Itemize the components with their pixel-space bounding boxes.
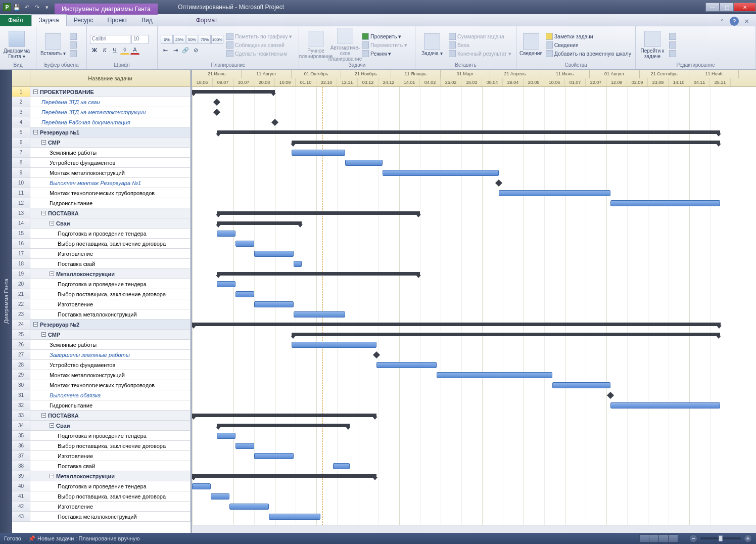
row-number[interactable]: 18 bbox=[12, 259, 30, 268]
task-name-cell[interactable]: Завершены земляные работы bbox=[30, 350, 191, 359]
task-row[interactable]: 26Земляные работы bbox=[12, 340, 191, 350]
task-row[interactable]: 17Изготовление bbox=[12, 249, 191, 259]
summary-bar[interactable] bbox=[192, 414, 376, 417]
task-name-cell[interactable]: Монтаж технологических трубопроводов bbox=[30, 188, 191, 198]
outline-toggle[interactable]: − bbox=[50, 271, 54, 276]
fontcolor-button[interactable]: A bbox=[130, 46, 139, 55]
task-name-cell[interactable]: Изготовление bbox=[30, 451, 191, 461]
help-icon[interactable]: ? bbox=[730, 17, 739, 26]
outline-toggle[interactable]: − bbox=[50, 423, 54, 428]
task-row[interactable]: 27Завершены земляные работы bbox=[12, 350, 191, 360]
milestone-marker[interactable] bbox=[495, 179, 502, 187]
link-button[interactable]: 🔗 bbox=[181, 46, 190, 55]
task-name-cell[interactable]: −Сваи bbox=[30, 218, 191, 228]
task-name-cell[interactable]: Монтаж металлоконструкций bbox=[30, 168, 191, 177]
task-row[interactable]: 6−СМР bbox=[12, 138, 191, 148]
row-number[interactable]: 5 bbox=[12, 127, 30, 137]
outline-toggle[interactable]: − bbox=[33, 130, 38, 134]
details-button[interactable]: Сведения bbox=[545, 41, 632, 49]
task-bar[interactable] bbox=[383, 170, 499, 176]
task-name-cell[interactable]: Гидроиспытание bbox=[30, 400, 191, 410]
row-number[interactable]: 34 bbox=[12, 421, 30, 430]
task-bar[interactable] bbox=[294, 261, 302, 267]
add-timeline-button[interactable]: Добавить на временную шкалу bbox=[545, 50, 632, 58]
app-icon[interactable]: P bbox=[3, 3, 11, 11]
task-name-cell[interactable]: Выбор поставщика, заключение договора bbox=[30, 441, 191, 450]
task-name-cell[interactable]: Подготовка и проведение тендера bbox=[30, 279, 191, 289]
task-bar[interactable] bbox=[235, 443, 254, 449]
task-bar[interactable] bbox=[376, 362, 437, 368]
auto-schedule-button[interactable]: Автоматиче-ское планирование bbox=[332, 27, 359, 62]
indent-button[interactable]: ⇥ bbox=[171, 46, 180, 55]
milestone-marker[interactable] bbox=[213, 99, 220, 106]
task-row[interactable]: 25−СМР bbox=[12, 330, 191, 340]
task-row[interactable]: 33−ПОСТАВКА bbox=[12, 411, 191, 421]
task-row[interactable]: 1−ПРОЕКТИРОВАНИЕ bbox=[12, 87, 191, 97]
close-button[interactable]: ✕ bbox=[734, 3, 756, 12]
task-row[interactable]: 39−Металлоконструкции bbox=[12, 471, 191, 481]
row-number[interactable]: 23 bbox=[12, 309, 30, 319]
tab-view[interactable]: Вид bbox=[134, 15, 160, 26]
copy-button[interactable] bbox=[69, 41, 78, 49]
column-header-name[interactable]: Название задачи bbox=[30, 70, 191, 86]
task-row[interactable]: 22Изготовление bbox=[12, 299, 191, 309]
task-row[interactable]: 11Монтаж технологических трубопроводов bbox=[12, 188, 191, 198]
task-name-cell[interactable]: Выбор поставщика, заключение договора bbox=[30, 239, 191, 248]
task-name-cell[interactable]: Выполнен монтаж Резервуара №1 bbox=[30, 178, 191, 188]
task-row[interactable]: 9Монтаж металлоконструкций bbox=[12, 168, 191, 178]
outline-toggle[interactable]: − bbox=[50, 474, 54, 478]
task-row[interactable]: 34−Сваи bbox=[12, 421, 191, 431]
scroll-to-task-button[interactable]: Перейти к задаче bbox=[639, 27, 666, 62]
inspect-button[interactable]: Проверить ▾ bbox=[361, 32, 408, 40]
task-name-cell[interactable]: −СМР bbox=[30, 138, 191, 147]
find-button[interactable] bbox=[668, 32, 677, 40]
task-name-cell[interactable]: −ПОСТАВКА bbox=[30, 208, 191, 218]
row-number[interactable]: 37 bbox=[12, 451, 30, 461]
task-name-cell[interactable]: Передана Рабочая документация bbox=[30, 117, 191, 127]
task-bar[interactable] bbox=[254, 301, 294, 307]
summary-bar[interactable] bbox=[217, 272, 420, 276]
row-number[interactable]: 38 bbox=[12, 461, 30, 471]
zoom-out-button[interactable]: − bbox=[689, 534, 697, 542]
font-name-select[interactable]: Calibri bbox=[90, 35, 130, 44]
pct-50[interactable]: 50% bbox=[186, 35, 198, 44]
task-row[interactable]: 5−Резервуар №1 bbox=[12, 127, 191, 138]
zoom-in-button[interactable]: + bbox=[744, 534, 752, 542]
task-bar[interactable] bbox=[552, 382, 610, 388]
unlink-button[interactable]: ⊘ bbox=[191, 46, 200, 55]
task-name-cell[interactable]: −ПОСТАВКА bbox=[30, 411, 191, 420]
task-row[interactable]: 41Выбор поставщика, заключение договора bbox=[12, 491, 191, 502]
pct-25[interactable]: 25% bbox=[173, 35, 185, 44]
task-name-cell[interactable]: −ПРОЕКТИРОВАНИЕ bbox=[30, 87, 191, 97]
task-bar[interactable] bbox=[217, 433, 235, 439]
task-row[interactable]: 8Устройство фундаментов bbox=[12, 158, 191, 168]
task-row[interactable]: 36Выбор поставщика, заключение договора bbox=[12, 441, 191, 451]
summary-task-button[interactable]: Суммарная задача bbox=[448, 32, 512, 40]
task-row[interactable]: 10Выполнен монтаж Резервуара №1 bbox=[12, 178, 191, 188]
task-name-cell[interactable]: Подготовка и проведение тендера bbox=[30, 481, 191, 491]
task-bar[interactable] bbox=[437, 372, 553, 378]
task-name-cell[interactable]: Подготовка и проведение тендера bbox=[30, 431, 191, 440]
view-btn-4[interactable] bbox=[668, 534, 678, 542]
mark-on-track-button[interactable]: Пометить по графику ▾ bbox=[225, 32, 293, 40]
task-bar[interactable] bbox=[269, 514, 321, 520]
task-name-cell[interactable]: Выполнена обвязка bbox=[30, 390, 191, 400]
task-row[interactable]: 13−ПОСТАВКА bbox=[12, 208, 191, 218]
task-name-cell[interactable]: Поставка свай bbox=[30, 461, 191, 471]
clear-button[interactable] bbox=[668, 41, 677, 49]
task-name-cell[interactable]: Земляные работы bbox=[30, 148, 191, 157]
row-number[interactable]: 2 bbox=[12, 97, 30, 107]
task-bar[interactable] bbox=[211, 493, 229, 500]
paste-button[interactable]: Вставить ▾ bbox=[39, 27, 67, 62]
notes-button[interactable]: Заметки задачи bbox=[545, 32, 632, 40]
row-number[interactable]: 29 bbox=[12, 370, 30, 380]
milestone-marker[interactable] bbox=[213, 109, 220, 116]
row-number[interactable]: 19 bbox=[12, 269, 30, 279]
information-button[interactable]: Сведения bbox=[519, 27, 543, 62]
task-row[interactable]: 20Подготовка и проведение тендера bbox=[12, 279, 191, 289]
row-number[interactable]: 1 bbox=[12, 87, 30, 97]
row-number[interactable]: 13 bbox=[12, 208, 30, 218]
task-name-cell[interactable]: Изготовление bbox=[30, 502, 191, 511]
task-name-cell[interactable]: Передана ЗТД на сваи bbox=[30, 97, 191, 107]
zoom-slider[interactable] bbox=[700, 537, 741, 539]
